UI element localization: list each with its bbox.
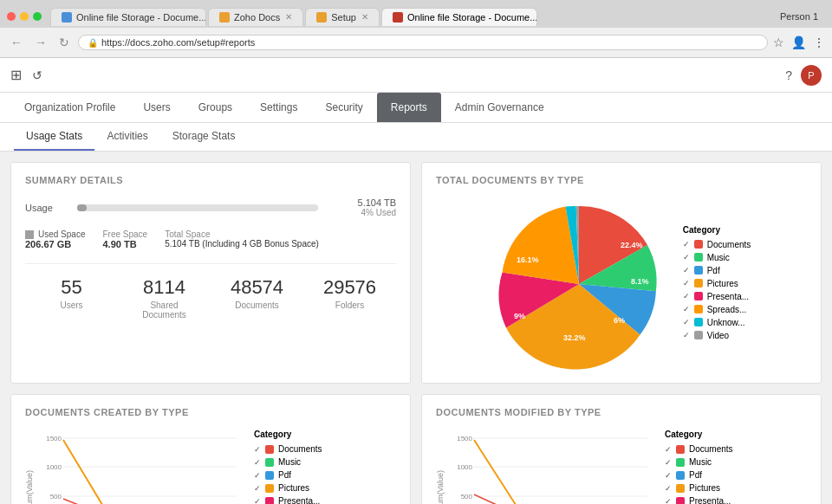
doc-created-legend-documents: ✓ Documents: [254, 444, 332, 454]
legend-spreads: ✓ Spreads...: [683, 305, 751, 314]
summary-title: SUMMARY DETAILS: [25, 175, 396, 185]
tab-1-label: Online file Storage - Docume...: [76, 12, 206, 23]
total-space-value: 5.104 TB (Including 4 GB Bonus Space): [165, 239, 319, 249]
doc-created-svg: 1500 1000 500 0: [37, 430, 245, 504]
svg-text:22.4%: 22.4%: [621, 241, 643, 249]
minimize-light[interactable]: [20, 12, 29, 21]
doc-modified-legend: Category ✓ Documents ✓ Music ✓ Pdf: [665, 430, 743, 504]
nav-admin-governance[interactable]: Admin Governance: [441, 93, 558, 122]
svg-text:1500: 1500: [46, 435, 62, 443]
tab-2[interactable]: Zoho Docs ✕: [208, 8, 303, 26]
tab-3-label: Setup: [331, 12, 356, 23]
address-bar[interactable]: 🔒 https://docs.zoho.com/setup#reports: [78, 35, 768, 50]
usage-row: Usage 5.104 TB 4% Used: [25, 197, 396, 217]
doc-modified-card: DOCUMENTS MODIFIED BY TYPE Sum(Value) 15…: [421, 394, 822, 504]
tab-3-close[interactable]: ✕: [361, 12, 368, 22]
subnav-storage-stats[interactable]: Storage Stats: [160, 123, 248, 151]
svg-text:1000: 1000: [457, 463, 472, 471]
subnav-activities[interactable]: Activities: [94, 123, 159, 151]
doc-created-legend: Category ✓ Documents ✓ Music ✓ Pdf: [254, 430, 332, 504]
used-space-info: Used Space 206.67 GB: [25, 229, 85, 249]
svg-text:9%: 9%: [514, 312, 525, 320]
usage-value: 5.104 TB 4% Used: [327, 197, 396, 217]
svg-text:500: 500: [50, 493, 62, 501]
stat-shared-docs: 8114 SharedDocuments: [118, 276, 211, 320]
reload-button[interactable]: ↻: [55, 34, 73, 51]
traffic-lights: [7, 12, 42, 21]
svg-text:1000: 1000: [46, 463, 62, 471]
tab-1[interactable]: Online file Storage - Docume... ✕: [50, 8, 206, 26]
tab-3[interactable]: Setup ✕: [305, 8, 380, 26]
tab-2-favicon: [219, 12, 230, 23]
content-area: SUMMARY DETAILS Usage 5.104 TB 4% Used U…: [0, 152, 832, 504]
stat-users: 55 Users: [25, 276, 118, 320]
nav-reports[interactable]: Reports: [377, 93, 441, 122]
pie-chart-title: TOTAL DOCUMENTS BY TYPE: [436, 175, 807, 185]
tab-4-favicon: [393, 12, 403, 23]
menu-icon[interactable]: ⋮: [813, 36, 825, 49]
legend-music: ✓ Music: [683, 253, 751, 262]
tab-2-close[interactable]: ✕: [285, 12, 292, 22]
legend-presenta: ✓ Presenta...: [683, 292, 751, 301]
close-light[interactable]: [7, 12, 16, 21]
storage-row: Used Space 206.67 GB Free Space 4.90 TB …: [25, 229, 396, 249]
nav-users[interactable]: Users: [129, 93, 184, 122]
doc-modified-inner: Sum(Value) 1500 1000 500 0: [436, 430, 807, 504]
browser-chrome: Online file Storage - Docume... ✕ Zoho D…: [0, 0, 832, 58]
doc-created-chart-area: Sum(Value) 1500 1000 500 0: [25, 430, 245, 504]
bookmark-icon[interactable]: ☆: [773, 36, 784, 49]
apps-grid-icon[interactable]: ⊞: [10, 67, 22, 83]
doc-modified-legend-title: Category: [665, 430, 743, 439]
free-space-value: 4.90 TB: [102, 239, 147, 249]
svg-text:32.2%: 32.2%: [563, 333, 586, 342]
legend-pdf: ✓ Pdf: [683, 266, 751, 275]
svg-text:16.1%: 16.1%: [517, 255, 539, 264]
toolbar-right: ☆ 👤 ⋮: [773, 36, 825, 49]
pie-svg: 22.4% 8.1% 6% 32.2% 9% 16.1%: [492, 197, 666, 371]
doc-created-legend-pdf: ✓ Pdf: [254, 470, 332, 480]
forward-button[interactable]: →: [31, 34, 50, 51]
usage-bar-fill: [77, 204, 87, 211]
bottom-cards-row: DOCUMENTS CREATED BY TYPE Sum(Value) 150…: [10, 394, 822, 504]
svg-text:1500: 1500: [457, 435, 472, 443]
summary-card: SUMMARY DETAILS Usage 5.104 TB 4% Used U…: [10, 162, 411, 384]
svg-text:500: 500: [461, 493, 473, 501]
nav-groups[interactable]: Groups: [185, 93, 246, 122]
used-space-value: 206.67 GB: [25, 239, 85, 249]
doc-modified-legend-pdf: ✓ Pdf: [665, 470, 743, 480]
svg-text:6%: 6%: [614, 316, 625, 325]
nav-security[interactable]: Security: [311, 93, 376, 122]
doc-modified-legend-music: ✓ Music: [665, 457, 743, 467]
legend-pictures: ✓ Pictures: [683, 279, 751, 288]
legend-video: ✓ Video: [683, 331, 751, 340]
tab-3-favicon: [316, 12, 327, 23]
profile-icon[interactable]: 👤: [791, 36, 806, 49]
stat-folders: 29576 Folders: [303, 276, 396, 320]
stats-grid: 55 Users 8114 SharedDocuments 48574 Docu…: [25, 263, 396, 320]
address-bar-row: ← → ↻ 🔒 https://docs.zoho.com/setup#repo…: [0, 28, 832, 57]
back-button[interactable]: ←: [7, 34, 26, 51]
url-text: https://docs.zoho.com/setup#reports: [101, 37, 255, 48]
doc-created-legend-music: ✓ Music: [254, 457, 332, 467]
doc-modified-legend-presenta: ✓ Presenta...: [665, 496, 743, 504]
nav-org-profile[interactable]: Organization Profile: [10, 93, 129, 122]
tab-4[interactable]: Online file Storage - Docume... ✕: [381, 8, 537, 26]
total-space-info: Total Space 5.104 TB (Including 4 GB Bon…: [165, 229, 319, 249]
app-refresh-icon[interactable]: ↺: [32, 68, 42, 82]
fullscreen-light[interactable]: [33, 12, 42, 21]
help-icon[interactable]: ?: [785, 68, 792, 82]
doc-created-y-label: Sum(Value): [25, 470, 34, 504]
user-avatar[interactable]: P: [801, 65, 822, 86]
usage-bar: [77, 204, 318, 211]
doc-created-title: DOCUMENTS CREATED BY TYPE: [25, 407, 396, 417]
svg-text:8.1%: 8.1%: [631, 277, 649, 286]
nav-settings[interactable]: Settings: [246, 93, 311, 122]
top-cards-row: SUMMARY DETAILS Usage 5.104 TB 4% Used U…: [10, 162, 822, 384]
subnav-usage-stats[interactable]: Usage Stats: [14, 123, 94, 151]
pie-legend: Category ✓ Documents ✓ Music ✓ Pdf: [683, 225, 751, 344]
doc-created-legend-presenta: ✓ Presenta...: [254, 496, 332, 504]
doc-modified-legend-documents: ✓ Documents: [665, 444, 743, 454]
pie-chart-card: TOTAL DOCUMENTS BY TYPE: [421, 162, 822, 384]
legend-title: Category: [683, 225, 751, 235]
used-space-legend: Used Space: [25, 229, 85, 239]
